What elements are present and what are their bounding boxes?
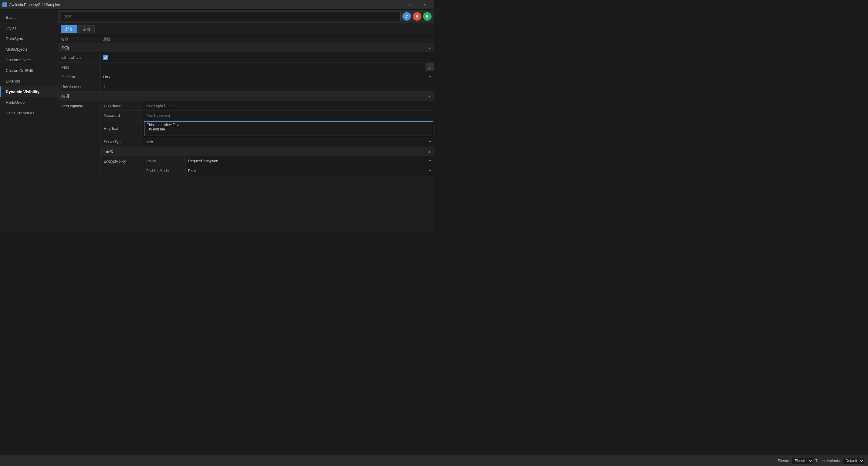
title-bar-controls: ─ □ ✕	[390, 0, 432, 10]
sidebar-item-styles[interactable]: Styles	[0, 23, 58, 33]
unix-login-info-content: UserName Password HelpText	[101, 101, 434, 176]
filter-all-button[interactable]: 所有	[61, 25, 77, 33]
property-list: 杂项 ▲ IsShowPath Path ... Platform	[58, 43, 434, 233]
servertype-select[interactable]: Unix Windows Linux	[143, 138, 429, 145]
prop-row-helptext: HelpText This is multiline Text Try edit…	[101, 120, 434, 137]
category-misc3-header[interactable]: 杂项 ▲	[101, 147, 434, 156]
prop-label-paddingmode: PaddingMode	[143, 166, 186, 176]
unix-login-info-group: unixLogInInfo UserName Password	[58, 101, 434, 176]
category-misc2-chevron: ▲	[428, 95, 431, 98]
platform-select[interactable]: Unix Windows Linux	[101, 74, 429, 81]
avatar-k-button[interactable]: K	[423, 12, 432, 21]
window-title: Avalonia.PropertyGrid.Samples	[9, 3, 60, 7]
prop-row-servertype: ServerType Unix Windows Linux ▼	[101, 137, 434, 147]
sidebar-item-selfs-properties[interactable]: Self's Properties	[0, 108, 58, 118]
title-bar: Avalonia.PropertyGrid.Samples ─ □ ✕	[0, 0, 434, 10]
prop-row-policy: Policy RequireEncryption Optional None ▼	[143, 156, 434, 166]
minimize-button[interactable]: ─	[390, 0, 404, 10]
prop-value-platform: Unix Windows Linux ▼	[101, 72, 434, 82]
filter-misc-button[interactable]: 杂项	[78, 25, 95, 33]
prop-value-helptext: This is multiline Text Try edit me.	[143, 120, 434, 137]
prop-row-path: Path ...	[58, 62, 434, 72]
sidebar-item-extends[interactable]: Extends	[0, 76, 58, 87]
sidebar-item-multiobjects[interactable]: MultiObjects	[0, 44, 58, 55]
prop-row-unixversion: UnixVersion	[58, 82, 434, 92]
main-area: C R K 所有 杂项 名称 属性 杂项 ▲ IsShowPath	[58, 10, 434, 233]
prop-row-platform: Platform Unix Windows Linux ▼	[58, 72, 434, 82]
col-name-header: 名称	[61, 37, 103, 42]
col-value-header: 属性	[103, 37, 432, 42]
category-misc-header[interactable]: 杂项 ▲	[58, 43, 434, 53]
unix-login-info-label: unixLogInInfo	[58, 101, 101, 176]
policy-dropdown-icon: ▼	[429, 159, 434, 163]
isshowpath-checkbox[interactable]	[103, 55, 108, 60]
paddingmode-dropdown-icon: ▼	[429, 169, 434, 173]
search-bar: C R K	[58, 10, 434, 23]
encrypt-policy-label: EncryptPolicy	[101, 156, 143, 176]
category-misc3-label: 杂项	[105, 149, 114, 154]
paddingmode-select[interactable]: Pkcs1 OaepSHA1 OaepSHA256 None	[186, 167, 429, 174]
category-misc2-header[interactable]: 杂项 ▲	[58, 92, 434, 101]
close-button[interactable]: ✕	[417, 0, 432, 10]
filter-bar: 所有 杂项	[58, 23, 434, 35]
app-container: Basic Styles DataSync MultiObjects Custo…	[0, 10, 434, 233]
password-input[interactable]	[143, 111, 434, 120]
prop-label-path: Path	[58, 62, 101, 72]
prop-label-policy: Policy	[143, 156, 186, 166]
encrypt-policy-group: EncryptPolicy Policy RequireEncryption O…	[101, 156, 434, 176]
prop-label-password: Password	[101, 111, 143, 120]
prop-value-unixversion	[101, 82, 434, 91]
sidebar-item-datasync[interactable]: DataSync	[0, 33, 58, 44]
maximize-button[interactable]: □	[404, 0, 417, 10]
servertype-dropdown-icon: ▼	[429, 140, 434, 144]
prop-value-servertype: Unix Windows Linux ▼	[143, 137, 434, 147]
prop-row-password: Password	[101, 111, 434, 120]
prop-value-paddingmode: Pkcs1 OaepSHA1 OaepSHA256 None ▼	[186, 166, 434, 176]
sidebar-item-basic[interactable]: Basic	[0, 12, 58, 23]
prop-row-isshowpath: IsShowPath	[58, 53, 434, 62]
prop-label-helptext: HelpText	[101, 120, 143, 137]
prop-row-username: UserName	[101, 101, 434, 111]
column-headers: 名称 属性	[58, 35, 434, 43]
title-bar-left: Avalonia.PropertyGrid.Samples	[2, 2, 60, 7]
avatar-r-button[interactable]: R	[413, 12, 421, 21]
sidebar-item-redoundo[interactable]: RedoUndo	[0, 97, 58, 108]
prop-value-username	[143, 101, 434, 111]
app-icon	[2, 2, 7, 7]
username-input[interactable]	[143, 102, 434, 110]
prop-label-servertype: ServerType	[101, 137, 143, 147]
search-input[interactable]	[61, 11, 401, 21]
prop-label-username: UserName	[101, 101, 143, 111]
path-ellipsis-button[interactable]: ...	[426, 63, 434, 71]
policy-select[interactable]: RequireEncryption Optional None	[186, 158, 429, 164]
category-misc-label: 杂项	[61, 45, 69, 51]
sidebar: Basic Styles DataSync MultiObjects Custo…	[0, 10, 58, 233]
category-misc-chevron: ▲	[428, 46, 431, 50]
prop-value-isshowpath	[101, 53, 434, 62]
prop-value-policy: RequireEncryption Optional None ▼	[186, 156, 434, 166]
unixversion-input[interactable]	[101, 83, 434, 91]
category-misc2-label: 杂项	[61, 93, 69, 99]
prop-value-path: ...	[101, 62, 434, 72]
helptext-textarea[interactable]: This is multiline Text Try edit me.	[144, 121, 433, 136]
platform-dropdown-icon: ▼	[429, 75, 434, 79]
prop-row-paddingmode: PaddingMode Pkcs1 OaepSHA1 OaepSHA256 No…	[143, 166, 434, 176]
prop-label-unixversion: UnixVersion	[58, 82, 101, 91]
encrypt-policy-content: Policy RequireEncryption Optional None ▼	[143, 156, 434, 176]
avatar-c-button[interactable]: C	[402, 12, 411, 21]
category-misc3-chevron: ▲	[428, 150, 431, 153]
prop-value-password	[143, 111, 434, 120]
prop-label-platform: Platform	[58, 72, 101, 82]
sidebar-item-customcelledit[interactable]: CustomCellEdit	[0, 65, 58, 76]
sidebar-item-dynamic-visibility[interactable]: Dynamic Visibility	[0, 87, 58, 97]
path-input[interactable]	[101, 63, 426, 71]
prop-label-isshowpath: IsShowPath	[58, 53, 101, 62]
sidebar-item-customobject[interactable]: CustomObject	[0, 55, 58, 65]
